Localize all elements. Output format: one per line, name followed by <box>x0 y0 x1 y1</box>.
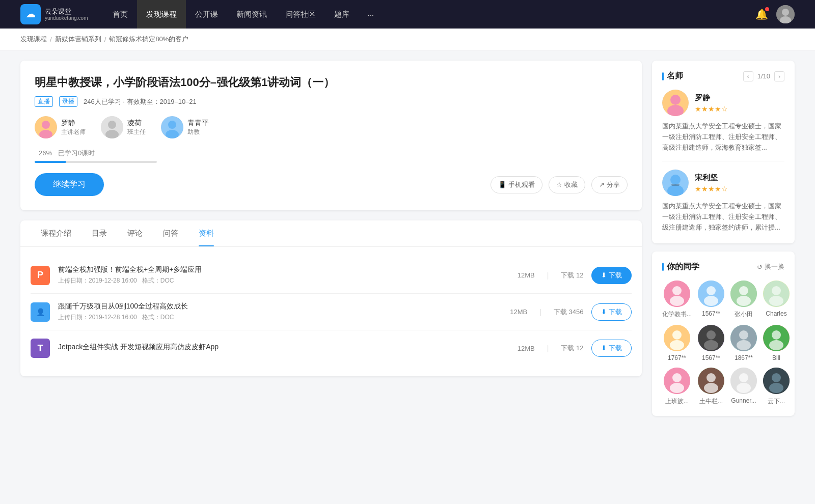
svg-point-16 <box>670 175 681 185</box>
svg-point-42 <box>769 340 783 350</box>
teacher-page: 1/10 <box>757 72 770 80</box>
mobile-watch-button[interactable]: 📱 手机观看 <box>491 176 542 193</box>
svg-point-29 <box>772 286 781 295</box>
classmate-1: 1567** <box>698 281 724 319</box>
teacher-next-button[interactable]: › <box>774 71 784 81</box>
nav-item-open[interactable]: 公开课 <box>186 0 227 29</box>
classmate-avatar-8 <box>664 368 690 394</box>
mobile-icon: 📱 <box>498 181 506 188</box>
classmate-avatar-3 <box>763 281 790 307</box>
teacher-stars-0: ★★★★☆ <box>695 105 728 113</box>
teacher-profile-avatar-0 <box>662 90 689 116</box>
nav-item-news[interactable]: 新闻资讯 <box>227 0 276 29</box>
logo-icon: ☁ <box>20 4 41 24</box>
tab-comments[interactable]: 评论 <box>117 220 153 246</box>
classmate-5: 1567** <box>698 325 724 361</box>
tabs-content: P 前端全栈加强版！前端全栈+全周期+多端应用 上传日期：2019-12-28 … <box>20 247 642 376</box>
teacher-avatar-2 <box>161 116 183 138</box>
svg-point-51 <box>737 383 751 393</box>
course-title: 明星中教授课，小学阶段语法100分–强化级第1讲动词（一） <box>35 75 628 90</box>
breadcrumb-series[interactable]: 新媒体营销系列 <box>55 35 101 44</box>
tabs-header: 课程介绍 目录 评论 问答 资料 <box>20 220 642 247</box>
teacher-name-1: 凌荷 <box>127 119 146 128</box>
teachers-card-title: 名师 ‹ 1/10 › <box>662 71 784 81</box>
teacher-profile-details-0: 罗静 ★★★★☆ <box>695 93 728 113</box>
nav-items: 首页 发现课程 公开课 新闻资讯 问答社区 题库 ··· <box>103 0 755 29</box>
badge-live: 直播 <box>35 96 53 107</box>
resource-info-2: Jetpack全组件实战 开发短视频应用高仿皮皮虾App <box>58 343 509 354</box>
logo[interactable]: ☁ 云朵课堂 yunduoketang.com <box>20 4 88 24</box>
course-enrollment: 246人已学习 · 有效期至：2019–10–21 <box>84 97 197 106</box>
classmate-name-1: 1567** <box>702 310 720 317</box>
teacher-avatar-0 <box>35 116 57 138</box>
teachers: 罗静 主讲老师 凌荷 班主任 <box>35 116 628 138</box>
teacher-name-2: 青青平 <box>187 119 209 128</box>
teacher-stars-1: ★★★★☆ <box>695 185 728 193</box>
refresh-button[interactable]: ↺ 换一换 <box>757 262 784 271</box>
svg-point-21 <box>670 296 684 306</box>
resource-size-2: 12MB <box>518 345 535 352</box>
share-button[interactable]: ↗ 分享 <box>591 176 628 193</box>
progress-label: 26% 已学习0课时 <box>35 149 628 158</box>
svg-point-23 <box>707 286 716 295</box>
classmate-name-10: Gunner... <box>731 397 756 404</box>
bell-icon[interactable]: 🔔 <box>755 8 768 20</box>
svg-point-48 <box>704 383 718 393</box>
classmate-11: 云下... <box>763 368 790 406</box>
download-button-2[interactable]: ⬇ 下载 <box>591 340 632 357</box>
teacher-name-0: 罗静 <box>61 119 86 128</box>
download-button-1[interactable]: ⬇ 下载 <box>591 303 632 321</box>
nav-item-qa[interactable]: 问答社区 <box>276 0 325 29</box>
svg-point-41 <box>772 330 781 340</box>
classmates-refresh: ↺ 换一换 <box>757 262 784 271</box>
svg-point-44 <box>672 373 682 382</box>
resource-info-1: 跟随千万级项目从0到100全过程高效成长 上传日期：2019-12-28 16:… <box>58 302 502 322</box>
nav-item-home[interactable]: 首页 <box>103 0 137 29</box>
breadcrumb: 发现课程 / 新媒体营销系列 / 销冠修炼术搞定80%的客户 <box>0 29 815 50</box>
refresh-icon: ↺ <box>757 263 763 271</box>
teacher-info-2: 青青平 助教 <box>187 119 209 136</box>
classmate-name-4: 1767** <box>668 354 686 361</box>
user-avatar[interactable] <box>776 5 795 23</box>
svg-point-4 <box>42 121 50 129</box>
svg-point-33 <box>670 340 684 350</box>
teacher-prev-button[interactable]: ‹ <box>743 71 753 81</box>
badge-record: 录播 <box>59 96 77 107</box>
tab-qa[interactable]: 问答 <box>153 220 188 246</box>
download-button-0[interactable]: ⬇ 下载 <box>591 267 632 284</box>
classmate-0: 化学教书... <box>662 281 692 319</box>
breadcrumb-discover[interactable]: 发现课程 <box>20 35 47 44</box>
classmate-avatar-2 <box>730 281 757 307</box>
teacher-info-0: 罗静 主讲老师 <box>61 119 86 136</box>
teacher-profile-0: 罗静 ★★★★☆ 国内某重点大学安全工程专业硕士，国家一级注册消防工程师、注册安… <box>662 90 784 161</box>
nav-item-more[interactable]: ··· <box>359 0 384 29</box>
nav-item-discover[interactable]: 发现课程 <box>137 0 186 29</box>
teacher-profile-header-1: 宋利坚 ★★★★☆ <box>662 170 784 196</box>
teacher-2: 青青平 助教 <box>161 116 209 138</box>
classmate-avatar-6 <box>730 325 757 351</box>
resource-info-0: 前端全栈加强版！前端全栈+全周期+多端应用 上传日期：2019-12-28 16… <box>58 265 509 285</box>
teacher-info-1: 凌荷 班主任 <box>127 119 146 136</box>
resource-downloads-2: 下载 12 <box>561 344 583 353</box>
nav-right: 🔔 <box>755 5 795 23</box>
classmate-avatar-10 <box>730 368 757 394</box>
resource-item-2: T Jetpack全组件实战 开发短视频应用高仿皮皮虾App 12MB | 下载… <box>31 330 632 366</box>
svg-point-54 <box>769 383 783 393</box>
resource-meta-1: 上传日期：2019-12-28 16:00 格式：DOC <box>58 313 502 322</box>
classmate-avatar-9 <box>698 368 724 394</box>
teacher-0: 罗静 主讲老师 <box>35 116 86 138</box>
main-container: 明星中教授课，小学阶段语法100分–强化级第1讲动词（一） 直播 录播 246人… <box>0 50 815 434</box>
tab-intro[interactable]: 课程介绍 <box>31 220 82 246</box>
resource-name-1: 跟随千万级项目从0到100全过程高效成长 <box>58 302 502 311</box>
nav-item-bank[interactable]: 题库 <box>325 0 359 29</box>
collect-button[interactable]: ☆ 收藏 <box>549 176 585 193</box>
classmate-avatar-1 <box>698 281 724 307</box>
continue-button[interactable]: 继续学习 <box>35 173 104 196</box>
tab-catalog[interactable]: 目录 <box>82 220 117 246</box>
svg-point-10 <box>168 121 176 129</box>
teacher-profile-1: 宋利坚 ★★★★☆ 国内某重点大学安全工程专业硕士，国家一级注册消防工程师、注册… <box>662 170 784 233</box>
tab-resources[interactable]: 资料 <box>188 220 224 246</box>
teacher-pagination: ‹ 1/10 › <box>743 71 784 81</box>
teacher-profile-name-0: 罗静 <box>695 93 728 103</box>
breadcrumb-sep-2: / <box>104 36 106 43</box>
